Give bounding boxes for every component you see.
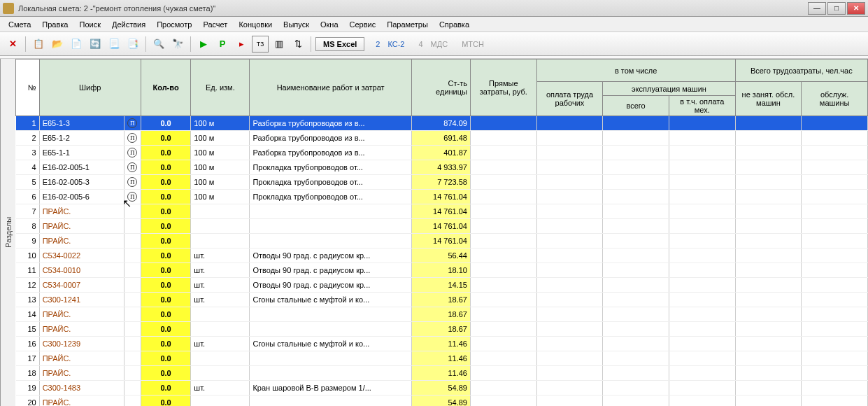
cell[interactable]: 14 761.04 xyxy=(411,219,470,234)
cell[interactable] xyxy=(669,175,735,190)
cell[interactable]: 7 xyxy=(16,204,40,219)
cell[interactable]: 100 м xyxy=(191,175,250,190)
cell[interactable]: 7 723.58 xyxy=(411,175,470,190)
table-row[interactable]: 10С534-00220.0шт.Отводы 90 град. с радиу… xyxy=(16,248,868,263)
cell[interactable] xyxy=(536,234,603,248)
cell[interactable] xyxy=(802,175,868,190)
cell[interactable] xyxy=(669,307,735,322)
table-row[interactable]: 11С534-00100.0шт.Отводы 90 град. с радиу… xyxy=(16,263,868,278)
cell[interactable] xyxy=(735,263,802,278)
cell[interactable] xyxy=(735,234,802,248)
cell[interactable] xyxy=(669,248,735,263)
cell[interactable] xyxy=(603,263,669,278)
cell[interactable]: Прокладка трубопроводов от... xyxy=(250,175,411,190)
cell[interactable]: 12 xyxy=(16,278,40,293)
cell[interactable]: 0.0 xyxy=(141,131,191,146)
cell[interactable] xyxy=(735,322,802,337)
cell[interactable] xyxy=(470,175,536,190)
find-icon[interactable]: 🔍 xyxy=(150,36,167,52)
cell[interactable] xyxy=(735,307,802,322)
cell[interactable] xyxy=(603,322,669,337)
binoculars-icon[interactable]: 🔭 xyxy=(169,36,186,52)
cell[interactable]: ПРАЙС. xyxy=(39,234,124,248)
cell[interactable] xyxy=(603,248,669,263)
cell[interactable]: 691.48 xyxy=(411,131,470,146)
cell[interactable] xyxy=(802,381,868,396)
cell[interactable] xyxy=(191,366,250,381)
minimize-button[interactable]: — xyxy=(808,2,826,15)
table-row[interactable]: 5Е16-02-005-3П0.0100 мПрокладка трубопро… xyxy=(16,175,868,190)
cell[interactable]: Разборка трубопроводов из в... xyxy=(250,116,411,131)
cell[interactable] xyxy=(603,337,669,351)
cell[interactable] xyxy=(802,146,868,160)
cell[interactable]: П xyxy=(124,190,141,204)
cell[interactable] xyxy=(735,396,802,407)
ms-excel-button[interactable]: MS Excel xyxy=(315,37,364,51)
table-row[interactable]: 16С300-12390.0шт.Сгоны стальные с муфтой… xyxy=(16,337,868,351)
doc-icon[interactable]: 📃 xyxy=(106,36,122,52)
cell[interactable]: 0.0 xyxy=(141,263,191,278)
cell[interactable] xyxy=(470,322,536,337)
cell[interactable] xyxy=(735,366,802,381)
cell[interactable] xyxy=(669,116,735,131)
play-icon[interactable]: ▶ xyxy=(195,36,212,52)
cell[interactable] xyxy=(802,307,868,322)
cell[interactable] xyxy=(802,190,868,204)
th-serv[interactable]: обслуж. машины xyxy=(802,82,868,116)
th-m-total[interactable]: всего xyxy=(603,96,669,116)
table-row[interactable]: 4Е16-02-005-1П0.0100 мПрокладка трубопро… xyxy=(16,160,868,175)
cell[interactable] xyxy=(124,351,141,366)
cell[interactable]: Разборка трубопроводов из в... xyxy=(250,146,411,160)
cell[interactable] xyxy=(603,234,669,248)
cell[interactable] xyxy=(669,263,735,278)
table-row[interactable]: 12С534-00070.0шт.Отводы 90 град. с радиу… xyxy=(16,278,868,293)
cell[interactable] xyxy=(603,381,669,396)
menu-4[interactable]: Просмотр xyxy=(151,18,197,31)
cell[interactable] xyxy=(124,219,141,234)
cell[interactable]: 0.0 xyxy=(141,337,191,351)
th-notbusy[interactable]: не занят. обсл. машин xyxy=(735,82,802,116)
cell[interactable] xyxy=(470,131,536,146)
cell[interactable]: 0.0 xyxy=(141,396,191,407)
cell[interactable] xyxy=(124,234,141,248)
cell[interactable]: 14 761.04 xyxy=(411,190,470,204)
cell[interactable] xyxy=(735,293,802,307)
menu-1[interactable]: Правка xyxy=(36,18,73,31)
cell[interactable] xyxy=(124,278,141,293)
cell[interactable] xyxy=(802,396,868,407)
cell[interactable] xyxy=(191,234,250,248)
cell[interactable]: С534-0010 xyxy=(39,263,124,278)
menu-5[interactable]: Расчет xyxy=(197,18,233,31)
cell[interactable]: Е16-02-005-1 xyxy=(39,160,124,175)
cell[interactable]: 18.67 xyxy=(411,293,470,307)
cell[interactable] xyxy=(536,131,603,146)
cell[interactable] xyxy=(470,366,536,381)
cell[interactable]: Сгоны стальные с муфтой и ко... xyxy=(250,293,411,307)
cell[interactable] xyxy=(250,234,411,248)
cell[interactable]: Отводы 90 град. с радиусом кр... xyxy=(250,278,411,293)
table-row[interactable]: 17ПРАЙС.0.011.46 xyxy=(16,351,868,366)
cell[interactable] xyxy=(536,322,603,337)
cell[interactable]: С534-0022 xyxy=(39,248,124,263)
menu-11[interactable]: Справка xyxy=(434,18,475,31)
cell[interactable]: шт. xyxy=(191,381,250,396)
th-laborpay[interactable]: оплата труда рабочих xyxy=(536,82,603,116)
cell[interactable] xyxy=(669,131,735,146)
cell[interactable]: ПРАЙС. xyxy=(39,322,124,337)
cell[interactable]: П xyxy=(124,146,141,160)
cell[interactable]: 0.0 xyxy=(141,175,191,190)
th-unitcost[interactable]: Ст-ть единицы xyxy=(411,59,470,116)
cell[interactable] xyxy=(603,175,669,190)
cell[interactable] xyxy=(536,366,603,381)
cell[interactable]: Сгоны стальные с муфтой и ко... xyxy=(250,337,411,351)
cell[interactable] xyxy=(536,175,603,190)
cell[interactable]: 1 xyxy=(16,116,40,131)
cell[interactable] xyxy=(536,116,603,131)
cell[interactable] xyxy=(470,160,536,175)
cell[interactable] xyxy=(669,322,735,337)
cell[interactable]: ПРАЙС. xyxy=(39,396,124,407)
cell[interactable]: шт. xyxy=(191,337,250,351)
cell[interactable]: ПРАЙС. xyxy=(39,204,124,219)
cell[interactable] xyxy=(536,146,603,160)
cell[interactable]: ПРАЙС. xyxy=(39,307,124,322)
